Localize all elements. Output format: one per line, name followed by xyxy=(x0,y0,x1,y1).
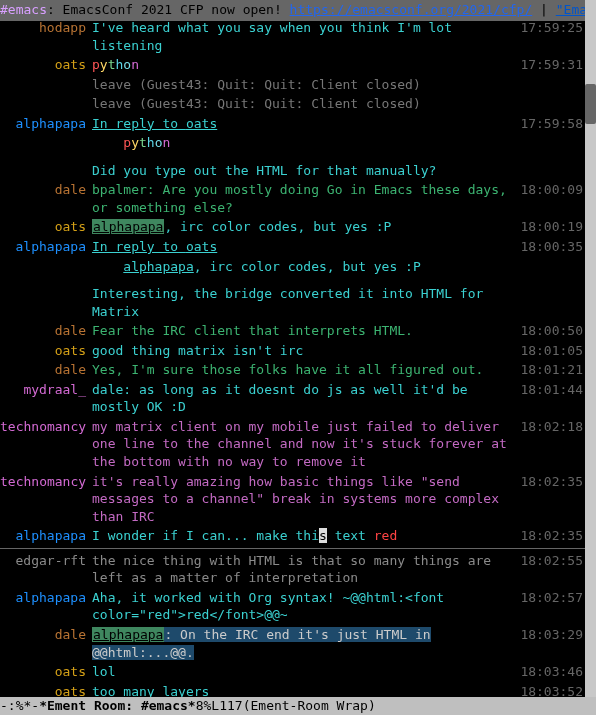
message-row: alphapapaIn reply to oats17:59:58 xyxy=(0,114,585,134)
mode-line: -:%*- *Ement Room: #emacs* 8% L117 (Emen… xyxy=(0,697,596,715)
message-row: leave (Guest43: Quit: Quit: Client close… xyxy=(0,94,585,114)
message-body: I've heard what you say when you think I… xyxy=(92,19,519,54)
message-row: daleFear the IRC client that interprets … xyxy=(0,321,585,341)
message-body: leave (Guest43: Quit: Quit: Client close… xyxy=(92,95,519,113)
message-body: bpalmer: Are you mostly doing Go in Emac… xyxy=(92,181,519,216)
buffer-name: *Ement Room: #emacs* xyxy=(39,697,196,715)
message-row: oatspython17:59:31 xyxy=(0,55,585,75)
timestamp: 17:59:31 xyxy=(519,56,585,74)
timestamp: 18:00:19 xyxy=(519,218,585,236)
message-body: I wonder if I can... make this text red xyxy=(92,527,519,545)
message-body: good thing matrix isn't irc xyxy=(92,342,519,360)
nick: technomancy xyxy=(0,473,92,491)
timestamp: 18:01:21 xyxy=(519,361,585,379)
timestamp: 18:02:35 xyxy=(519,527,585,545)
nick: alphapapa xyxy=(0,238,92,256)
timestamp: 18:03:52 xyxy=(519,683,585,697)
message-row: alphapapa, irc color codes, but yes :P xyxy=(0,257,585,277)
message-body: python xyxy=(92,134,519,152)
nick: dale xyxy=(0,361,92,379)
message-row: alphapapaI wonder if I can... make this … xyxy=(0,526,585,546)
topic-link[interactable]: https://emacsconf.org/2021/cfp/ xyxy=(290,2,533,17)
mention[interactable]: alphapapa xyxy=(92,219,164,234)
message-body: python xyxy=(92,56,519,74)
message-row: oatsalphapapa, irc color codes, but yes … xyxy=(0,217,585,237)
message-row: oatslol18:03:46 xyxy=(0,662,585,682)
topic-channel: #emacs xyxy=(0,2,47,17)
nick: oats xyxy=(0,342,92,360)
message-row: daleYes, I'm sure those folks have it al… xyxy=(0,360,585,380)
nick: technomancy xyxy=(0,418,92,436)
message-row: dalebpalmer: Are you mostly doing Go in … xyxy=(0,180,585,217)
point-cursor: s xyxy=(319,528,327,543)
reply-link[interactable]: In reply to xyxy=(92,239,186,254)
message-body: In reply to oats xyxy=(92,238,519,256)
message-row: alphapapaIn reply to oats18:00:35 xyxy=(0,237,585,257)
message-body: alphapapa: On the IRC end it's just HTML… xyxy=(92,626,519,661)
message-body: the nice thing with HTML is that so many… xyxy=(92,552,519,587)
message-row: oatsgood thing matrix isn't irc18:01:05 xyxy=(0,341,585,361)
message-row: edgar-rftthe nice thing with HTML is tha… xyxy=(0,551,585,588)
message-row: python xyxy=(0,133,585,153)
message-row: Did you type out the HTML for that manua… xyxy=(0,161,585,181)
message-body: Interesting, the bridge converted it int… xyxy=(92,285,519,320)
message-body: Yes, I'm sure those folks have it all fi… xyxy=(92,361,519,379)
message-row: hodappI've heard what you say when you t… xyxy=(0,18,585,55)
nick: alphapapa xyxy=(0,527,92,545)
reply-link[interactable]: In reply to xyxy=(92,116,186,131)
nick: oats xyxy=(0,663,92,681)
timestamp: 18:02:55 xyxy=(519,552,585,570)
user-link[interactable]: oats xyxy=(186,116,217,131)
user-link[interactable]: oats xyxy=(186,239,217,254)
scrollbar-thumb[interactable] xyxy=(585,84,596,124)
line-number: L117 xyxy=(211,697,242,715)
timestamp: 17:59:25 xyxy=(519,19,585,37)
message-row: mydraal_dale: as long as it doesnt do js… xyxy=(0,380,585,417)
timestamp: 18:00:09 xyxy=(519,181,585,199)
message-row: oatstoo many layers18:03:52 xyxy=(0,682,585,697)
message-body: leave (Guest43: Quit: Quit: Client close… xyxy=(92,76,519,94)
user-link[interactable]: alphapapa xyxy=(123,259,193,274)
read-marker xyxy=(0,548,585,549)
nick: dale xyxy=(0,181,92,199)
timestamp: 18:02:35 xyxy=(519,473,585,491)
timestamp: 18:02:57 xyxy=(519,589,585,607)
mention[interactable]: alphapapa xyxy=(92,627,164,642)
nick: alphapapa xyxy=(0,115,92,133)
nick: oats xyxy=(0,56,92,74)
timestamp: 18:00:35 xyxy=(519,238,585,256)
message-body: dale: as long as it doesnt do js as well… xyxy=(92,381,519,416)
nick: dale xyxy=(0,322,92,340)
nick: mydraal_ xyxy=(0,381,92,399)
chat-log[interactable]: hodappI've heard what you say when you t… xyxy=(0,18,585,697)
message-body: In reply to oats xyxy=(92,115,519,133)
timestamp: 18:02:18 xyxy=(519,418,585,436)
timestamp: 18:00:50 xyxy=(519,322,585,340)
scrollbar-track[interactable] xyxy=(585,0,596,697)
nick: hodapp xyxy=(0,19,92,37)
message-row: technomancymy matrix client on my mobile… xyxy=(0,417,585,472)
message-body: Did you type out the HTML for that manua… xyxy=(92,162,519,180)
message-body: too many layers xyxy=(92,683,519,697)
timestamp: 18:01:44 xyxy=(519,381,585,399)
nick: edgar-rft xyxy=(0,552,92,570)
message-body: Fear the IRC client that interprets HTML… xyxy=(92,322,519,340)
timestamp: 18:03:29 xyxy=(519,626,585,644)
emacs-frame: #emacs: EmacsConf 2021 CFP now open! htt… xyxy=(0,0,596,715)
message-body: alphapapa, irc color codes, but yes :P xyxy=(92,218,519,236)
nick: oats xyxy=(0,683,92,697)
nick: dale xyxy=(0,626,92,644)
message-body: my matrix client on my mobile just faile… xyxy=(92,418,519,471)
nick: alphapapa xyxy=(0,589,92,607)
major-mode: (Ement-Room Wrap) xyxy=(243,697,376,715)
timestamp: 17:59:58 xyxy=(519,115,585,133)
message-row: technomancyit's really amazing how basic… xyxy=(0,472,585,527)
message-body: Aha, it worked with Org syntax! ~@@html:… xyxy=(92,589,519,624)
timestamp: 18:01:05 xyxy=(519,342,585,360)
message-row: Interesting, the bridge converted it int… xyxy=(0,284,585,321)
message-row: dalealphapapa: On the IRC end it's just … xyxy=(0,625,585,662)
message-row: leave (Guest43: Quit: Quit: Client close… xyxy=(0,75,585,95)
message-body: it's really amazing how basic things lik… xyxy=(92,473,519,526)
message-body: alphapapa, irc color codes, but yes :P xyxy=(92,258,519,276)
nick: oats xyxy=(0,218,92,236)
